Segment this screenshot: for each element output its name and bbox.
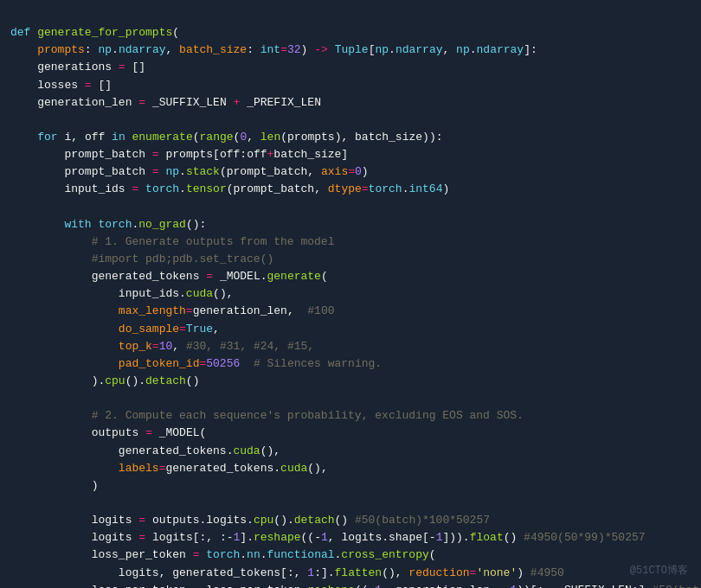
watermark: @51CTO博客 (630, 563, 688, 579)
code-block: def generate_for_prompts( prompts: np.nd… (0, 0, 701, 588)
